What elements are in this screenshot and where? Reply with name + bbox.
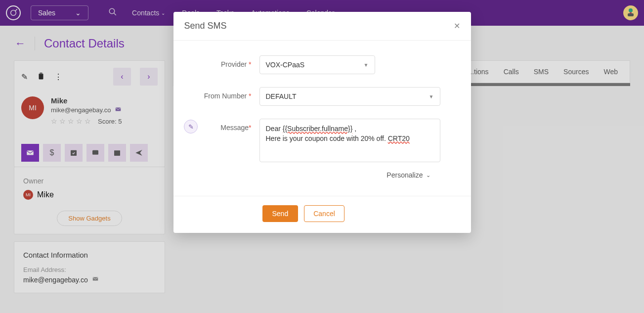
send-sms-modal: Send SMS ✕ Provider * VOX-CPaaS ▼ From N…	[173, 12, 471, 233]
personalize-dropdown[interactable]: Personalize ⌄	[190, 171, 440, 179]
message-textarea[interactable]: Dear {{Subscriber.fullname}} , Here is y…	[259, 119, 440, 162]
caret-down-icon: ▼	[429, 94, 434, 99]
edit-icon: ✎	[184, 120, 198, 134]
from-number-select[interactable]: DEFAULT ▼	[259, 87, 440, 106]
from-number-label: From Number *	[190, 87, 259, 100]
provider-value: VOX-CPaaS	[266, 61, 305, 69]
merge-tag: {{Subscriber.fullname}}	[283, 125, 353, 133]
chevron-down-icon: ⌄	[426, 172, 430, 179]
provider-select[interactable]: VOX-CPaaS ▼	[259, 55, 375, 74]
send-button[interactable]: Send	[262, 205, 299, 222]
from-number-value: DEFAULT	[266, 92, 297, 100]
cancel-button[interactable]: Cancel	[304, 205, 344, 222]
modal-title: Send SMS	[184, 21, 227, 31]
message-label: Message*	[190, 119, 259, 132]
provider-label: Provider *	[190, 55, 259, 68]
coupon-code: CRT20	[388, 134, 410, 142]
caret-down-icon: ▼	[364, 62, 369, 68]
close-icon[interactable]: ✕	[454, 21, 460, 31]
